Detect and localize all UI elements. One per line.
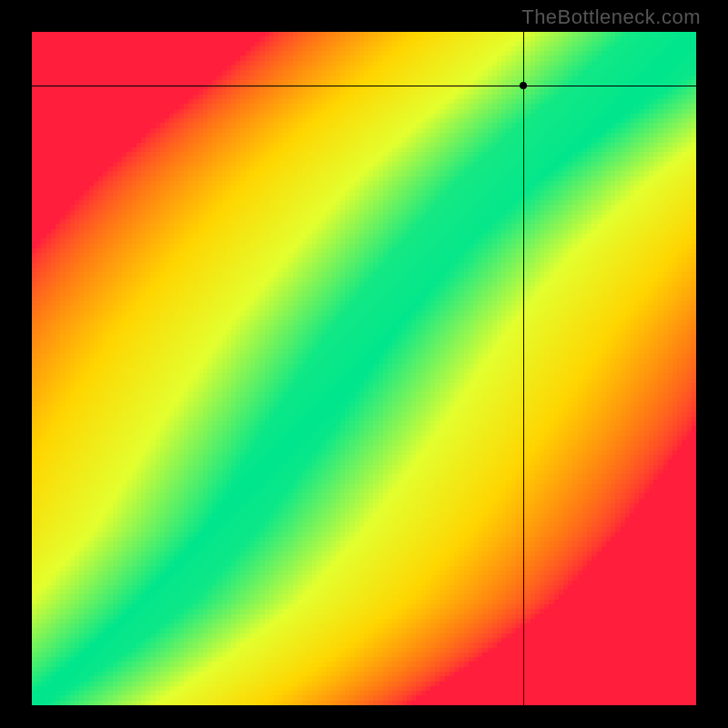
watermark-text: TheBottleneck.com xyxy=(521,5,701,29)
operating-point-marker xyxy=(520,82,527,89)
bottleneck-heatmap xyxy=(32,32,696,705)
plot-area xyxy=(32,32,696,705)
chart-frame: TheBottleneck.com xyxy=(0,0,728,728)
crosshair-vertical xyxy=(523,32,524,705)
crosshair-horizontal xyxy=(32,86,696,86)
